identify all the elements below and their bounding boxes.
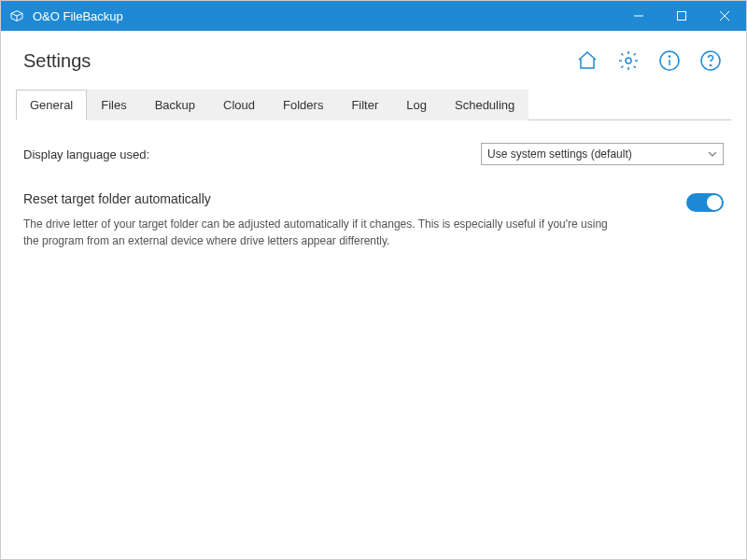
page-title: Settings (23, 50, 91, 72)
app-title: O&O FileBackup (33, 9, 123, 23)
chevron-down-icon (706, 147, 719, 161)
reset-target-title: Reset target folder automatically (23, 191, 671, 206)
reset-target-row: Reset target folder automatically The dr… (23, 191, 724, 249)
info-icon[interactable] (656, 48, 683, 74)
tab-backup[interactable]: Backup (141, 90, 209, 120)
page-header: Settings (1, 31, 746, 81)
svg-rect-1 (678, 12, 686, 21)
tab-cloud[interactable]: Cloud (209, 90, 269, 120)
tab-filter[interactable]: Filter (337, 90, 392, 120)
language-label: Display language used: (23, 147, 149, 161)
svg-point-7 (669, 56, 669, 57)
reset-target-toggle[interactable] (686, 193, 724, 212)
close-button[interactable] (703, 1, 746, 31)
toggle-knob (707, 195, 722, 210)
gear-icon[interactable] (615, 48, 641, 74)
maximize-button[interactable] (660, 1, 703, 31)
tab-content: Display language used: Use system settin… (1, 120, 746, 281)
reset-target-description: The drive letter of your target folder c… (23, 216, 621, 249)
tab-scheduling[interactable]: Scheduling (441, 90, 529, 120)
language-row: Display language used: Use system settin… (23, 143, 724, 165)
app-icon (8, 7, 25, 24)
svg-point-4 (626, 58, 631, 63)
tab-log[interactable]: Log (392, 90, 441, 120)
language-select[interactable]: Use system settings (default) (481, 143, 724, 165)
titlebar: O&O FileBackup (1, 1, 746, 31)
language-select-value: Use system settings (default) (487, 147, 632, 161)
header-icons (574, 48, 724, 74)
home-icon[interactable] (574, 48, 600, 74)
tabbar: General Files Backup Cloud Folders Filte… (16, 89, 731, 120)
svg-point-9 (710, 64, 711, 65)
tab-files[interactable]: Files (87, 90, 140, 120)
tab-general[interactable]: General (16, 90, 87, 120)
help-icon[interactable] (698, 48, 724, 74)
window-controls (617, 1, 746, 31)
minimize-button[interactable] (617, 1, 660, 31)
tab-folders[interactable]: Folders (269, 90, 337, 120)
